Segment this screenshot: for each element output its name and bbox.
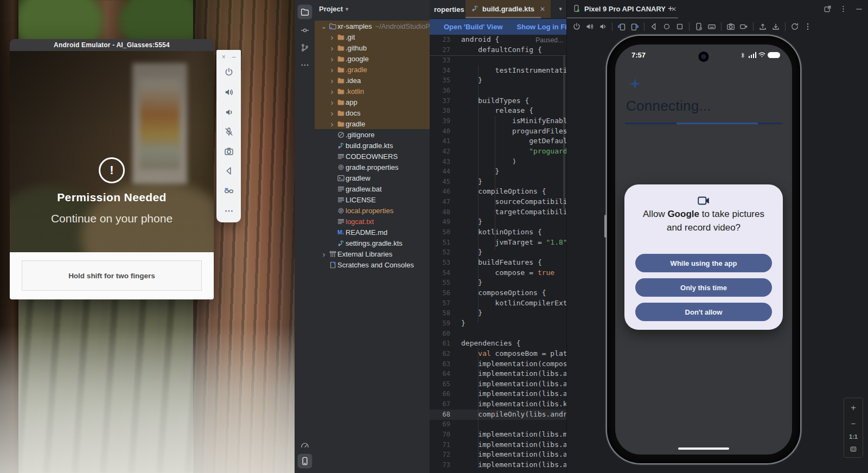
close-icon[interactable]: × <box>222 53 226 61</box>
tab-gradle-properties[interactable]: roperties <box>434 0 464 18</box>
code-line-39[interactable]: 39 isMinifyEnabled <box>430 116 566 126</box>
tab-build-gradle-kts[interactable]: build.gradle.kts ✕ <box>465 0 551 18</box>
tree-item-app[interactable]: ›app <box>315 97 430 107</box>
code-line-37[interactable]: 37 buildTypes { <box>430 96 566 106</box>
zoom-reset-button[interactable]: 1:1 <box>849 433 858 440</box>
home-icon[interactable] <box>660 21 673 33</box>
chevron-right-icon[interactable]: › <box>328 54 336 63</box>
code-line-66[interactable]: 66 implementation(libs.andr <box>430 389 566 399</box>
code-line-60[interactable]: 60 <box>430 329 566 339</box>
rotate-left-icon[interactable] <box>615 21 628 33</box>
code-line-67[interactable]: 67 implementation(libs.kotl <box>430 399 566 410</box>
code-line-53[interactable]: 53 buildFeatures { <box>430 258 566 268</box>
device-settings-icon[interactable] <box>692 21 705 33</box>
code-line-40[interactable]: 40 proguardFiles( <box>430 126 566 137</box>
chevron-down-icon[interactable]: ⌄ <box>320 22 328 30</box>
code-line-54[interactable]: 54 compose = true <box>430 268 566 278</box>
download-icon[interactable] <box>769 21 782 33</box>
tree-item--github[interactable]: ›.github <box>315 42 430 53</box>
code-line-56[interactable]: 56 composeOptions { <box>430 288 566 298</box>
allow-only-this-time-button[interactable]: Only this time <box>635 278 772 297</box>
code-line-71[interactable]: 71 implementation(libs.andr <box>430 440 566 450</box>
back-icon[interactable] <box>647 21 660 33</box>
code-line-41[interactable]: 41 getDefaultPr <box>430 136 566 146</box>
phone-screen[interactable]: 7:57 Connecting... Allow Google to take … <box>615 44 792 455</box>
project-folder-icon[interactable] <box>297 5 312 20</box>
code-line-36[interactable]: 36 <box>430 86 566 96</box>
code-editor[interactable]: roperties build.gradle.kts ✕ ▾ Open 'Bui… <box>430 0 566 473</box>
tree-item-settings-gradle-kts[interactable]: settings.gradle.kts <box>315 238 430 248</box>
code-line-42[interactable]: 42 "proguard-ru <box>430 146 566 157</box>
overview-icon[interactable] <box>673 21 686 33</box>
tree-item--google[interactable]: ›.google <box>315 53 430 64</box>
glasses-icon[interactable] <box>224 186 234 196</box>
tab-pixel-9-pro[interactable]: Pixel 9 Pro API CANARY ✕ <box>572 0 676 18</box>
kebab-icon[interactable] <box>801 21 814 33</box>
open-window-icon[interactable] <box>824 5 832 15</box>
power-icon[interactable] <box>570 21 583 33</box>
code-line-49[interactable]: 49 } <box>430 217 566 227</box>
dont-allow-button[interactable]: Don't allow <box>635 303 772 321</box>
code-line-58[interactable]: 58 } <box>430 308 566 318</box>
tree-item-codeowners[interactable]: CODEOWNERS <box>315 151 430 162</box>
tree-item-scratches-and-consoles[interactable]: Scratches and Consoles <box>315 259 430 270</box>
camera-icon[interactable] <box>724 21 737 33</box>
tree-item-logcat-txt[interactable]: logcat.txt <box>315 216 430 227</box>
code-line-50[interactable]: 50 kotlinOptions { <box>430 227 566 238</box>
code-line-38[interactable]: 38 release { <box>430 106 566 116</box>
tree-item--gradle[interactable]: ›.gradle <box>315 64 430 75</box>
tree-item-readme-md[interactable]: M↓README.md <box>315 227 430 238</box>
chevron-right-icon[interactable]: › <box>328 119 336 129</box>
device-frame-icon[interactable] <box>297 454 312 469</box>
more-h-icon[interactable] <box>224 206 234 216</box>
code-line-69[interactable]: 69 <box>430 419 566 430</box>
mic-off-icon[interactable] <box>224 127 234 137</box>
tree-item-external-libraries[interactable]: ›External Libraries <box>315 248 430 259</box>
close-tab-icon[interactable]: ✕ <box>540 5 545 13</box>
home-indicator[interactable] <box>678 448 729 450</box>
code-line-55[interactable]: 55 } <box>430 278 566 288</box>
code-line-72[interactable]: 72 implementation(libs.andr <box>430 450 566 460</box>
code-line-63[interactable]: 63 implementation(composeBo <box>430 359 566 369</box>
code-line-47[interactable]: 47 sourceCompatibility <box>430 197 566 207</box>
tree-item-gradle[interactable]: ›gradle <box>315 118 430 129</box>
upload-icon[interactable] <box>756 21 769 33</box>
vcs-graph-icon[interactable] <box>297 41 312 55</box>
code-line-33[interactable]: 33 <box>430 55 566 66</box>
zoom-fit-icon[interactable] <box>850 445 857 453</box>
keyboard-icon[interactable] <box>705 21 718 33</box>
more-h-icon[interactable] <box>297 58 312 73</box>
video-icon[interactable] <box>737 21 750 33</box>
code-line-62[interactable]: 62 val composeBom = platfor <box>430 349 566 359</box>
code-line-68[interactable]: 68 compileOnly(libs.android <box>430 410 566 420</box>
code-line-70[interactable]: 70 implementation(libs.mate <box>430 430 566 440</box>
code-line-64[interactable]: 64 implementation(libs.andr <box>430 369 566 379</box>
chevron-right-icon[interactable]: › <box>328 108 336 118</box>
reset-icon[interactable] <box>788 21 801 33</box>
minimize-icon[interactable] <box>855 5 863 15</box>
tree-item-gradlew-bat[interactable]: gradlew.bat <box>315 183 430 194</box>
commit-icon[interactable] <box>297 23 312 38</box>
tree-item--kotlin[interactable]: ›.kotlin <box>315 86 430 97</box>
power-icon[interactable] <box>224 67 234 77</box>
tree-item--git[interactable]: ›.git <box>315 31 430 42</box>
emulator-screen[interactable]: ! Permission Needed Continue on your pho… <box>10 51 214 252</box>
hidden-tabs-chevron-icon[interactable]: ▾ <box>559 5 562 12</box>
code-line-52[interactable]: 52 } <box>430 247 566 258</box>
volume-down-icon[interactable] <box>224 107 234 117</box>
code-line-34[interactable]: 34 testInstrumentationR <box>430 66 566 76</box>
chevron-right-icon[interactable]: › <box>328 76 336 85</box>
kebab-icon[interactable] <box>839 5 847 15</box>
code-line-51[interactable]: 51 jvmTarget = "1.8" <box>430 238 566 248</box>
back-icon[interactable] <box>224 166 234 176</box>
code-line-61[interactable]: 61dependencies { <box>430 338 566 349</box>
profiler-icon[interactable] <box>297 438 312 452</box>
tree-item-gradlew[interactable]: gradlew <box>315 172 430 183</box>
chevron-right-icon[interactable]: › <box>328 43 336 53</box>
show-log-link[interactable]: Show Log in Finder <box>517 23 566 31</box>
tree-item-build-gradle-kts[interactable]: build.gradle.kts <box>315 140 430 151</box>
chevron-right-icon[interactable]: › <box>320 250 328 259</box>
chevron-right-icon[interactable]: › <box>328 33 336 42</box>
allow-while-using-button[interactable]: While using the app <box>635 254 772 272</box>
zoom-out-button[interactable]: − <box>851 419 856 428</box>
